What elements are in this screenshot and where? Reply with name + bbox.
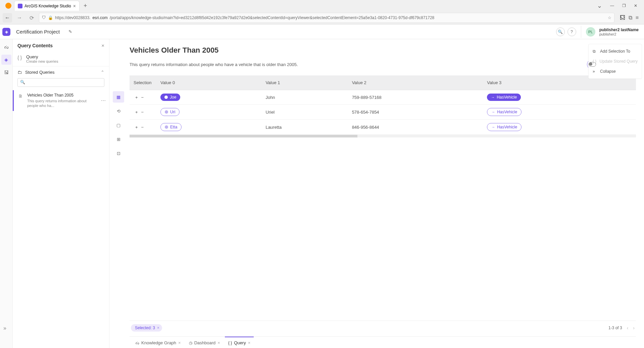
minimize-icon[interactable]: — [610, 3, 614, 8]
help-icon[interactable]: ? [567, 27, 576, 36]
view-graph-icon[interactable]: ⟲ [113, 105, 124, 117]
close-icon[interactable]: × [217, 340, 220, 345]
update-stored-action: { }Update Stored Query [589, 56, 642, 66]
close-window-icon[interactable]: ✕ [634, 3, 637, 8]
sidebar-title: Query Contents [17, 43, 53, 48]
cell-value: Uriel [261, 105, 348, 120]
column-header[interactable]: Selection [130, 75, 156, 90]
expand-rail-icon[interactable]: » [3, 325, 6, 331]
cell-value: John [261, 90, 348, 105]
cell-value: 759-889-57168 [348, 90, 483, 105]
back-button[interactable]: ← [3, 13, 12, 22]
view-grid-icon[interactable]: ⊞ [113, 133, 124, 145]
close-icon[interactable]: × [178, 340, 181, 345]
url-prefix: https://dev0028833. [55, 15, 90, 20]
cell-value: 846-956-8644 [348, 120, 483, 135]
add-icon[interactable]: + [135, 95, 138, 100]
dot-icon [165, 110, 168, 114]
column-header[interactable]: Value 1 [261, 75, 348, 90]
remove-icon[interactable]: − [141, 125, 144, 130]
browser-tab[interactable]: ArcGIS Knowledge Studio × [14, 1, 80, 11]
add-selection-icon: ⧉ [593, 49, 597, 54]
entity-pill[interactable]: Uri [160, 108, 180, 116]
tab-title: ArcGIS Knowledge Studio [24, 4, 71, 8]
pocket-icon[interactable]: ⛾ [620, 15, 625, 21]
sidebar-close-icon[interactable]: × [101, 43, 104, 48]
shield-icon: ⛉ [42, 15, 46, 20]
new-tab-button[interactable]: + [80, 2, 91, 9]
toggle-track [589, 62, 596, 67]
forward-button: → [15, 13, 24, 22]
bookmark-star-icon[interactable]: ☆ [608, 15, 611, 20]
stored-item-desc: This query returns information about peo… [27, 99, 98, 108]
edit-icon[interactable]: ✎ [63, 29, 72, 34]
table-row[interactable]: +−EttaLauretta846-956-8644HasVehicle [130, 120, 636, 135]
dashboard-icon: ◷ [189, 341, 192, 345]
clear-selection-icon[interactable]: × [157, 326, 159, 330]
stored-search-input[interactable] [17, 78, 104, 87]
relation-pill[interactable]: HasVehicle [487, 123, 522, 131]
stored-queries-header[interactable]: 🗀 Stored Queries ⌃ [13, 66, 109, 78]
extensions-icon[interactable]: ⧉ [629, 15, 632, 21]
new-query-item[interactable]: { } Query Create new queries [13, 52, 109, 66]
results-table: SelectionValue 0Value 1Value 2Value 3 +−… [130, 75, 636, 135]
page-prev-icon[interactable]: ‹ [627, 325, 629, 331]
relation-pill[interactable]: HasVehicle [487, 108, 522, 116]
user-info[interactable]: publisher2 lastName publisher2 [599, 27, 639, 36]
view-layout-icon[interactable]: ⊡ [113, 148, 124, 159]
firefox-icon [5, 3, 11, 9]
stored-query-item[interactable]: 🗎 Vehicles Older Than 2005 This query re… [13, 90, 109, 111]
view-table-icon[interactable]: ▦ [113, 91, 124, 103]
url-bar[interactable]: ⛉ 🔒 https://dev0028833.esri.com/portal/a… [39, 13, 614, 23]
tab-close-icon[interactable]: × [73, 3, 76, 9]
close-icon[interactable]: × [248, 340, 251, 345]
add-icon[interactable]: + [135, 125, 138, 130]
collapse-icon: » [593, 69, 597, 74]
horizontal-scrollbar[interactable] [130, 135, 636, 137]
avatar[interactable]: PL [586, 27, 595, 37]
reload-button[interactable]: ⟳ [27, 13, 36, 22]
search-icon[interactable]: 🔍 [556, 27, 565, 36]
rail-save-icon[interactable]: 🖫 [1, 67, 11, 77]
username: publisher2 [599, 32, 639, 36]
document-icon: 🗎 [18, 93, 24, 108]
url-path: /portal/apps/knowledge-studio/main?id=ed… [110, 15, 435, 20]
new-query-sub: Create new queries [26, 59, 58, 63]
selected-chip[interactable]: Selected: 3 × [131, 324, 162, 332]
collapse-action[interactable]: »Collapse [589, 66, 642, 76]
cell-value: Lauretta [261, 120, 348, 135]
url-host: esri.com [92, 15, 107, 20]
page-next-icon[interactable]: › [633, 325, 635, 331]
new-query-label: Query [26, 54, 58, 59]
stored-queries-label: Stored Queries [25, 70, 54, 75]
view-card-icon[interactable]: ▢ [113, 119, 124, 131]
maximize-icon[interactable]: ❐ [622, 3, 626, 8]
tabs-dropdown-icon[interactable]: ⌄ [597, 2, 602, 9]
tab-dashboard[interactable]: ◷Dashboard× [186, 337, 224, 348]
dot-icon [164, 96, 168, 99]
column-header[interactable]: Value 2 [348, 75, 483, 90]
add-selection-action[interactable]: ⧉Add Selection To [589, 46, 642, 56]
chevron-up-icon: ⌃ [101, 70, 104, 75]
table-row[interactable]: +−UriUriel578-654-7854HasVehicle [130, 105, 636, 120]
rail-layers-icon[interactable]: ◈ [1, 55, 11, 65]
table-row[interactable]: +−JoeJohn759-889-57168HasVehicle [130, 90, 636, 105]
query-title: Vehicles Older Than 2005 [130, 46, 636, 55]
remove-icon[interactable]: − [141, 95, 144, 100]
entity-pill[interactable]: Etta [160, 123, 182, 131]
project-title: Certification Project [13, 29, 63, 35]
entity-pill[interactable]: Joe [160, 94, 180, 101]
browser-chrome: ArcGIS Knowledge Studio × + ⌄ — ❐ ✕ ← → … [0, 0, 644, 24]
menu-icon[interactable]: ≡ [636, 15, 639, 21]
lock-icon: 🔒 [48, 15, 53, 20]
tab-query[interactable]: { }Query× [225, 337, 254, 348]
remove-icon[interactable]: − [141, 110, 144, 115]
more-icon[interactable]: ⋯ [101, 98, 106, 103]
add-icon[interactable]: + [135, 110, 138, 115]
favicon-icon [18, 4, 22, 8]
column-header[interactable]: Value 0 [156, 75, 261, 90]
rail-graph-icon[interactable]: ᔔ [1, 42, 11, 52]
relation-pill[interactable]: HasVehicle [487, 94, 521, 101]
search-icon: 🔍 [20, 80, 25, 84]
tab-knowledge-graph[interactable]: ᔔKnowledge Graph× [132, 337, 184, 348]
